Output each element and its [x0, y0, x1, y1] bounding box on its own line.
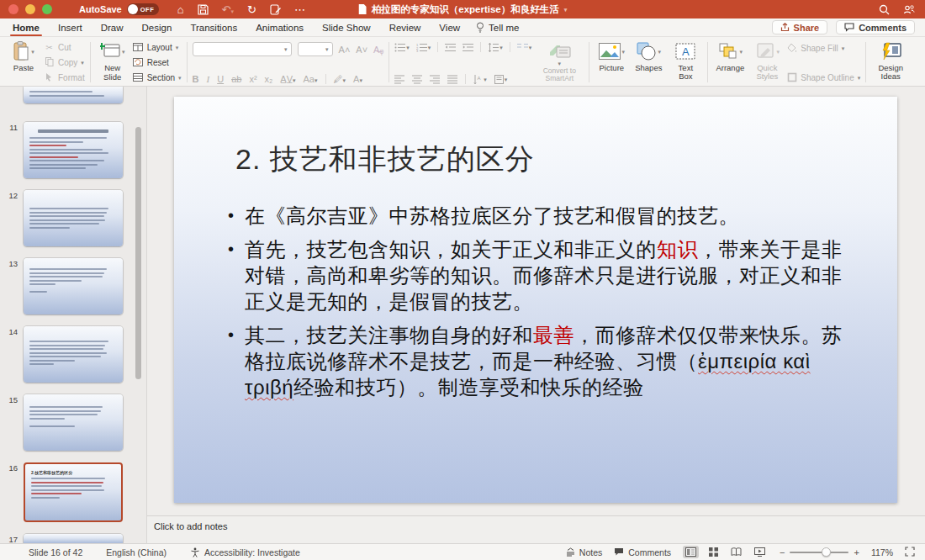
notes-icon — [566, 547, 575, 557]
underline-button[interactable]: U — [217, 74, 224, 84]
slide-thumbnail-11[interactable] — [24, 122, 123, 178]
slide-thumbnail-14[interactable] — [24, 326, 123, 383]
more-commands-icon[interactable]: ⋯ — [294, 4, 305, 15]
align-left-button[interactable] — [394, 75, 404, 84]
textbox-button[interactable]: A Text Box — [669, 40, 702, 82]
zoom-percentage[interactable]: 117% — [871, 547, 893, 557]
text-direction-button[interactable]: A▾ — [473, 75, 487, 84]
save-icon[interactable] — [198, 4, 209, 15]
italic-button[interactable]: I — [207, 74, 210, 84]
slide-thumbnail-15[interactable] — [24, 394, 123, 451]
align-center-button[interactable] — [412, 75, 422, 84]
subscript-button[interactable]: x₂ — [265, 74, 273, 84]
decrease-font-size-button[interactable]: A˅ — [356, 45, 367, 55]
close-window-button[interactable] — [8, 4, 18, 14]
slide-thumbnail-12[interactable] — [24, 190, 123, 246]
copy-button[interactable]: Copy▾ — [44, 56, 85, 69]
accessibility-indicator[interactable]: Accessibility: Investigate — [190, 547, 300, 557]
tab-draw[interactable]: Draw — [92, 18, 133, 36]
fit-slide-button[interactable] — [905, 547, 915, 558]
share-button[interactable]: Share — [772, 20, 828, 34]
font-size-combobox[interactable]: ▾ — [298, 42, 333, 56]
autosave-toggle[interactable]: OFF — [127, 3, 159, 15]
section-button[interactable]: Section▾ — [133, 71, 182, 84]
font-color-button[interactable]: A▾ — [353, 74, 362, 84]
notes-pane[interactable]: Click to add notes — [147, 515, 925, 543]
tab-view[interactable]: View — [430, 18, 469, 36]
redo-icon[interactable]: ↻ — [247, 4, 256, 15]
slide-number-indicator[interactable]: Slide 16 of 42 — [29, 547, 82, 557]
align-right-button[interactable] — [430, 75, 440, 84]
slideshow-view-button[interactable] — [752, 546, 768, 558]
convert-smartart-button[interactable]: ▾ Convert to SmartArt — [535, 40, 584, 84]
line-spacing-button[interactable]: ▾ — [488, 43, 503, 52]
document-edit-icon[interactable] — [270, 4, 281, 15]
comments-toggle-button[interactable]: Comments — [614, 547, 671, 557]
language-indicator[interactable]: English (China) — [106, 547, 166, 557]
home-icon[interactable]: ⌂ — [177, 4, 184, 15]
tab-transitions[interactable]: Transitions — [181, 18, 246, 36]
strikethrough-button[interactable]: ab — [231, 74, 241, 84]
change-case-button[interactable]: Aa▾ — [304, 74, 318, 84]
quick-styles-button[interactable]: ▾ Quick Styles — [750, 40, 784, 82]
character-spacing-button[interactable]: A̲V̲▾ — [280, 74, 295, 84]
increase-font-size-button[interactable]: A˄ — [339, 45, 351, 55]
shape-outline-icon — [787, 72, 797, 82]
arrange-button[interactable]: ▾ Arrange — [713, 40, 747, 72]
decrease-indent-button[interactable] — [445, 43, 456, 52]
paste-button[interactable]: ▾ Paste — [7, 40, 40, 73]
slide-editing-area[interactable]: 2. 技艺和非技艺的区分 在《高尔吉亚》中苏格拉底区分了技艺和假冒的技艺。首先，… — [174, 97, 897, 503]
tab-review[interactable]: Review — [380, 18, 431, 36]
normal-view-icon — [685, 547, 696, 557]
normal-view-button[interactable] — [683, 546, 699, 558]
numbered-list-button[interactable]: 123▾ — [416, 43, 431, 52]
notes-toggle-button[interactable]: Notes — [566, 547, 602, 557]
zoom-slider[interactable] — [790, 552, 848, 553]
tab-insert[interactable]: Insert — [49, 18, 92, 36]
zoom-out-button[interactable]: − — [780, 547, 785, 557]
share-people-icon[interactable] — [903, 4, 915, 15]
sidebar-scrollbar[interactable] — [135, 127, 141, 379]
reset-button[interactable]: Reset — [133, 56, 182, 69]
tab-slide-show[interactable]: Slide Show — [313, 18, 380, 36]
tab-animations[interactable]: Animations — [246, 18, 313, 36]
highlight-button[interactable]: 🖉▾ — [334, 74, 346, 84]
font-name-combobox[interactable]: ▾ — [193, 42, 292, 56]
tab-home[interactable]: Home — [3, 18, 49, 36]
zoom-window-button[interactable] — [42, 4, 52, 14]
slide-thumbnail-17[interactable] — [24, 534, 123, 543]
clear-formatting-button[interactable]: A̶ᵩ — [373, 45, 383, 55]
design-ideas-button[interactable]: Design Ideas — [871, 40, 910, 84]
search-icon[interactable] — [879, 4, 890, 15]
superscript-button[interactable]: x² — [249, 74, 256, 84]
reading-view-button[interactable] — [728, 546, 744, 558]
undo-icon[interactable]: ↶▾ — [222, 4, 234, 15]
slide-title-text[interactable]: 2. 技艺和非技艺的区分 — [235, 140, 535, 179]
increase-indent-button[interactable] — [462, 43, 473, 52]
columns-button[interactable]: ▾ — [517, 43, 532, 52]
zoom-slider-knob[interactable] — [822, 547, 831, 557]
slide-body-text[interactable]: 在《高尔吉亚》中苏格拉底区分了技艺和假冒的技艺。首先，技艺包含知识，如关于正义和… — [223, 203, 852, 408]
tellme-button[interactable]: Tell me — [476, 22, 519, 33]
justify-button[interactable] — [447, 75, 457, 84]
cut-button[interactable]: ✂Cut — [44, 41, 85, 54]
slide-thumbnail-partial[interactable] — [24, 87, 123, 103]
layout-button[interactable]: Layout▾ — [133, 41, 182, 54]
title-chevron-icon[interactable]: ▾ — [564, 7, 568, 13]
shape-fill-button[interactable]: Shape Fill▾ — [787, 43, 860, 53]
comments-button[interactable]: Comments — [836, 20, 915, 34]
bold-button[interactable]: B — [193, 74, 199, 84]
tab-design[interactable]: Design — [133, 18, 182, 36]
align-text-button[interactable]: ▾ — [494, 75, 508, 84]
minimize-window-button[interactable] — [25, 4, 35, 14]
picture-button[interactable]: ▾ Picture — [595, 40, 628, 72]
slide-sorter-view-button[interactable] — [706, 546, 721, 558]
new-slide-button[interactable]: ▾ New Slide — [96, 40, 130, 82]
shape-outline-button[interactable]: Shape Outline▾ — [787, 72, 860, 82]
bullet-list-button[interactable]: ▾ — [394, 43, 410, 52]
slide-thumbnail-16[interactable]: 2.技艺和非技艺的区分 — [24, 462, 123, 522]
slide-thumbnail-13[interactable] — [24, 258, 123, 314]
format-painter-button[interactable]: Format — [44, 71, 85, 84]
zoom-in-button[interactable]: + — [854, 547, 859, 557]
shapes-button[interactable]: ▾ Shapes — [632, 40, 665, 72]
